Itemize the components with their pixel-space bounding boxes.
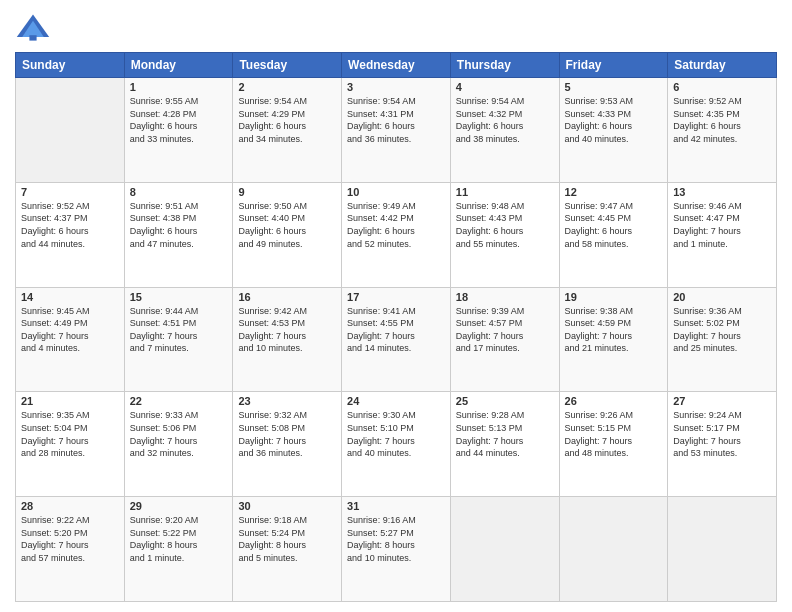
day-cell: 22Sunrise: 9:33 AM Sunset: 5:06 PM Dayli… (124, 392, 233, 497)
day-number: 17 (347, 291, 445, 303)
day-cell: 11Sunrise: 9:48 AM Sunset: 4:43 PM Dayli… (450, 182, 559, 287)
day-info: Sunrise: 9:26 AM Sunset: 5:15 PM Dayligh… (565, 409, 663, 459)
day-info: Sunrise: 9:49 AM Sunset: 4:42 PM Dayligh… (347, 200, 445, 250)
day-number: 19 (565, 291, 663, 303)
week-row-3: 21Sunrise: 9:35 AM Sunset: 5:04 PM Dayli… (16, 392, 777, 497)
day-info: Sunrise: 9:45 AM Sunset: 4:49 PM Dayligh… (21, 305, 119, 355)
day-info: Sunrise: 9:42 AM Sunset: 4:53 PM Dayligh… (238, 305, 336, 355)
day-number: 23 (238, 395, 336, 407)
day-cell: 10Sunrise: 9:49 AM Sunset: 4:42 PM Dayli… (342, 182, 451, 287)
weekday-header-saturday: Saturday (668, 53, 777, 78)
day-cell: 4Sunrise: 9:54 AM Sunset: 4:32 PM Daylig… (450, 78, 559, 183)
week-row-4: 28Sunrise: 9:22 AM Sunset: 5:20 PM Dayli… (16, 497, 777, 602)
day-info: Sunrise: 9:47 AM Sunset: 4:45 PM Dayligh… (565, 200, 663, 250)
day-info: Sunrise: 9:33 AM Sunset: 5:06 PM Dayligh… (130, 409, 228, 459)
day-number: 29 (130, 500, 228, 512)
week-row-1: 7Sunrise: 9:52 AM Sunset: 4:37 PM Daylig… (16, 182, 777, 287)
day-info: Sunrise: 9:30 AM Sunset: 5:10 PM Dayligh… (347, 409, 445, 459)
weekday-header-friday: Friday (559, 53, 668, 78)
day-info: Sunrise: 9:54 AM Sunset: 4:29 PM Dayligh… (238, 95, 336, 145)
weekday-header-sunday: Sunday (16, 53, 125, 78)
day-cell: 9Sunrise: 9:50 AM Sunset: 4:40 PM Daylig… (233, 182, 342, 287)
day-info: Sunrise: 9:54 AM Sunset: 4:32 PM Dayligh… (456, 95, 554, 145)
day-cell: 23Sunrise: 9:32 AM Sunset: 5:08 PM Dayli… (233, 392, 342, 497)
day-cell: 17Sunrise: 9:41 AM Sunset: 4:55 PM Dayli… (342, 287, 451, 392)
day-cell: 29Sunrise: 9:20 AM Sunset: 5:22 PM Dayli… (124, 497, 233, 602)
weekday-header-row: SundayMondayTuesdayWednesdayThursdayFrid… (16, 53, 777, 78)
day-cell: 27Sunrise: 9:24 AM Sunset: 5:17 PM Dayli… (668, 392, 777, 497)
day-number: 25 (456, 395, 554, 407)
svg-rect-2 (29, 35, 36, 40)
day-cell (450, 497, 559, 602)
day-info: Sunrise: 9:48 AM Sunset: 4:43 PM Dayligh… (456, 200, 554, 250)
day-number: 21 (21, 395, 119, 407)
day-cell: 16Sunrise: 9:42 AM Sunset: 4:53 PM Dayli… (233, 287, 342, 392)
day-number: 1 (130, 81, 228, 93)
day-number: 10 (347, 186, 445, 198)
day-info: Sunrise: 9:20 AM Sunset: 5:22 PM Dayligh… (130, 514, 228, 564)
day-cell: 1Sunrise: 9:55 AM Sunset: 4:28 PM Daylig… (124, 78, 233, 183)
day-cell: 7Sunrise: 9:52 AM Sunset: 4:37 PM Daylig… (16, 182, 125, 287)
weekday-header-tuesday: Tuesday (233, 53, 342, 78)
day-cell: 31Sunrise: 9:16 AM Sunset: 5:27 PM Dayli… (342, 497, 451, 602)
day-number: 7 (21, 186, 119, 198)
day-info: Sunrise: 9:51 AM Sunset: 4:38 PM Dayligh… (130, 200, 228, 250)
day-info: Sunrise: 9:36 AM Sunset: 5:02 PM Dayligh… (673, 305, 771, 355)
weekday-header-wednesday: Wednesday (342, 53, 451, 78)
day-info: Sunrise: 9:24 AM Sunset: 5:17 PM Dayligh… (673, 409, 771, 459)
day-info: Sunrise: 9:39 AM Sunset: 4:57 PM Dayligh… (456, 305, 554, 355)
day-number: 18 (456, 291, 554, 303)
day-number: 12 (565, 186, 663, 198)
page: SundayMondayTuesdayWednesdayThursdayFrid… (0, 0, 792, 612)
day-number: 11 (456, 186, 554, 198)
day-number: 2 (238, 81, 336, 93)
day-cell: 6Sunrise: 9:52 AM Sunset: 4:35 PM Daylig… (668, 78, 777, 183)
day-cell: 12Sunrise: 9:47 AM Sunset: 4:45 PM Dayli… (559, 182, 668, 287)
day-info: Sunrise: 9:35 AM Sunset: 5:04 PM Dayligh… (21, 409, 119, 459)
day-info: Sunrise: 9:53 AM Sunset: 4:33 PM Dayligh… (565, 95, 663, 145)
day-number: 30 (238, 500, 336, 512)
day-number: 6 (673, 81, 771, 93)
day-info: Sunrise: 9:32 AM Sunset: 5:08 PM Dayligh… (238, 409, 336, 459)
day-cell (668, 497, 777, 602)
day-cell: 30Sunrise: 9:18 AM Sunset: 5:24 PM Dayli… (233, 497, 342, 602)
day-number: 13 (673, 186, 771, 198)
logo-icon (15, 10, 51, 46)
day-cell: 19Sunrise: 9:38 AM Sunset: 4:59 PM Dayli… (559, 287, 668, 392)
day-number: 5 (565, 81, 663, 93)
week-row-0: 1Sunrise: 9:55 AM Sunset: 4:28 PM Daylig… (16, 78, 777, 183)
header (15, 10, 777, 46)
day-number: 15 (130, 291, 228, 303)
day-info: Sunrise: 9:18 AM Sunset: 5:24 PM Dayligh… (238, 514, 336, 564)
day-number: 26 (565, 395, 663, 407)
day-info: Sunrise: 9:41 AM Sunset: 4:55 PM Dayligh… (347, 305, 445, 355)
weekday-header-monday: Monday (124, 53, 233, 78)
day-cell: 3Sunrise: 9:54 AM Sunset: 4:31 PM Daylig… (342, 78, 451, 183)
day-cell: 8Sunrise: 9:51 AM Sunset: 4:38 PM Daylig… (124, 182, 233, 287)
day-cell: 25Sunrise: 9:28 AM Sunset: 5:13 PM Dayli… (450, 392, 559, 497)
day-number: 16 (238, 291, 336, 303)
calendar-table: SundayMondayTuesdayWednesdayThursdayFrid… (15, 52, 777, 602)
day-cell: 13Sunrise: 9:46 AM Sunset: 4:47 PM Dayli… (668, 182, 777, 287)
day-info: Sunrise: 9:46 AM Sunset: 4:47 PM Dayligh… (673, 200, 771, 250)
day-cell: 28Sunrise: 9:22 AM Sunset: 5:20 PM Dayli… (16, 497, 125, 602)
weekday-header-thursday: Thursday (450, 53, 559, 78)
day-cell: 5Sunrise: 9:53 AM Sunset: 4:33 PM Daylig… (559, 78, 668, 183)
day-cell: 14Sunrise: 9:45 AM Sunset: 4:49 PM Dayli… (16, 287, 125, 392)
day-info: Sunrise: 9:38 AM Sunset: 4:59 PM Dayligh… (565, 305, 663, 355)
day-number: 14 (21, 291, 119, 303)
day-number: 8 (130, 186, 228, 198)
day-cell: 15Sunrise: 9:44 AM Sunset: 4:51 PM Dayli… (124, 287, 233, 392)
day-cell: 18Sunrise: 9:39 AM Sunset: 4:57 PM Dayli… (450, 287, 559, 392)
day-number: 4 (456, 81, 554, 93)
day-info: Sunrise: 9:44 AM Sunset: 4:51 PM Dayligh… (130, 305, 228, 355)
day-info: Sunrise: 9:16 AM Sunset: 5:27 PM Dayligh… (347, 514, 445, 564)
day-cell (559, 497, 668, 602)
day-info: Sunrise: 9:52 AM Sunset: 4:35 PM Dayligh… (673, 95, 771, 145)
week-row-2: 14Sunrise: 9:45 AM Sunset: 4:49 PM Dayli… (16, 287, 777, 392)
day-number: 20 (673, 291, 771, 303)
day-info: Sunrise: 9:28 AM Sunset: 5:13 PM Dayligh… (456, 409, 554, 459)
day-number: 9 (238, 186, 336, 198)
day-cell: 26Sunrise: 9:26 AM Sunset: 5:15 PM Dayli… (559, 392, 668, 497)
day-number: 27 (673, 395, 771, 407)
